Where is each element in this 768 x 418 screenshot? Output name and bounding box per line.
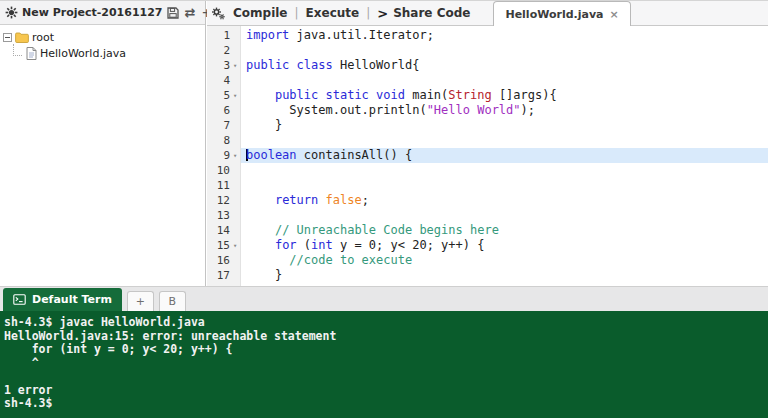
gutter-line: 2: [207, 43, 240, 58]
sync-icon[interactable]: ⇄: [185, 6, 196, 19]
file-icon: [26, 47, 37, 60]
terminal-line: ^: [4, 357, 764, 371]
toolbar-separator: |: [295, 6, 299, 20]
gutter-line: 14: [207, 223, 240, 238]
code-line: import java.util.Iterator;: [241, 28, 768, 43]
folder-icon: [15, 32, 29, 43]
toolbar-separator: |: [366, 6, 370, 20]
gutter-line: 8: [207, 133, 240, 148]
terminal-tab-label: Default Term: [32, 293, 112, 306]
save-icon[interactable]: [167, 7, 179, 19]
execute-button[interactable]: Execute: [306, 6, 360, 20]
code-line: }: [241, 268, 768, 283]
share-chevron-icon: >: [377, 6, 388, 21]
gutter-line: 10: [207, 163, 240, 178]
code-line: //code to execute: [241, 253, 768, 268]
tree-node-label: root: [32, 31, 54, 44]
gutter-line: 1: [207, 28, 240, 43]
share-code-button[interactable]: > Share Code: [377, 6, 470, 21]
terminal-output[interactable]: sh-4.3$ javac HelloWorld.javaHelloWorld.…: [0, 311, 768, 418]
fold-marker-icon[interactable]: ▾: [230, 152, 240, 160]
code-line: // Unreachable Code begins here: [241, 223, 768, 238]
app: New Project-20161127 ⇄ + «: [0, 0, 768, 418]
tree-node-file[interactable]: HelloWorld.java: [0, 45, 205, 61]
editor-tab-label: HelloWorld.java: [505, 8, 603, 21]
project-title: New Project-20161127: [22, 6, 163, 19]
terminal-panel: Default Term + B sh-4.3$ javac HelloWorl…: [0, 286, 768, 418]
code-line: [241, 43, 768, 58]
share-code-label: Share Code: [393, 6, 470, 20]
fold-marker-icon[interactable]: ▾: [230, 242, 240, 250]
gutter-line: 12: [207, 193, 240, 208]
gutter-line: 9▾: [207, 148, 240, 163]
tree-expander-icon[interactable]: [3, 33, 12, 42]
gutter-line: 17: [207, 268, 240, 283]
code-line: [241, 163, 768, 178]
terminal-tab-default[interactable]: Default Term: [3, 288, 122, 311]
gutter-line: 5▾: [207, 88, 240, 103]
terminal-tabbar: Default Term + B: [0, 286, 768, 311]
code-line: [241, 208, 768, 223]
fold-marker-icon[interactable]: ▾: [230, 62, 240, 70]
gutter-line: 6: [207, 103, 240, 118]
project-sidebar: New Project-20161127 ⇄ + «: [0, 1, 206, 286]
project-settings-gear-icon[interactable]: [5, 6, 18, 19]
fold-marker-icon[interactable]: ▾: [230, 92, 240, 100]
gutter-line: 7: [207, 118, 240, 133]
gutter-line: 11: [207, 178, 240, 193]
terminal-line: sh-4.3$: [4, 397, 764, 411]
editor-panel: Compile | Execute | > Share Code HelloWo…: [207, 1, 768, 286]
code-line: public class HelloWorld{: [241, 58, 768, 73]
editor-lines: import java.util.Iterator;public class H…: [241, 26, 768, 286]
tree-node-root[interactable]: root: [0, 29, 205, 45]
project-header: New Project-20161127 ⇄ + «: [0, 1, 205, 25]
code-line: [241, 178, 768, 193]
code-line: System.out.println("Hello World");: [241, 103, 768, 118]
gutter-line: 3▾: [207, 58, 240, 73]
terminal-tab-b[interactable]: B: [159, 291, 186, 311]
terminal-line: 1 error: [4, 384, 764, 398]
file-tree: root HelloWorld.java: [0, 25, 205, 61]
code-line: return false;: [241, 193, 768, 208]
editor-toolbar: Compile | Execute | > Share Code HelloWo…: [207, 1, 768, 26]
gutter-line: 16: [207, 253, 240, 268]
terminal-line: [4, 370, 764, 384]
tree-connector: [13, 44, 22, 56]
tree-node-label: HelloWorld.java: [40, 47, 126, 60]
terminal-add-tab[interactable]: +: [127, 291, 154, 311]
terminal-line: for (int y = 0; y< 20; y++) {: [4, 343, 764, 357]
code-line: }: [241, 118, 768, 133]
compile-settings-gears-icon[interactable]: [211, 6, 226, 21]
terminal-line: sh-4.3$ javac HelloWorld.java: [4, 316, 764, 330]
terminal-line: HelloWorld.java:15: error: unreachable s…: [4, 330, 764, 344]
terminal-icon: [13, 294, 26, 305]
code-line: for (int y = 0; y< 20; y++) {: [241, 238, 768, 253]
gutter-line: 4: [207, 73, 240, 88]
code-editor[interactable]: 123▾45▾6789▾101112131415▾1617 import jav…: [207, 26, 768, 286]
editor-tab-helloworld[interactable]: HelloWorld.java ×: [493, 1, 630, 26]
code-line: [241, 133, 768, 148]
code-line: boolean containsAll() {: [241, 148, 768, 163]
gutter-line: 15▾: [207, 238, 240, 253]
gutter-line: 13: [207, 208, 240, 223]
compile-button[interactable]: Compile: [233, 6, 288, 20]
tab-close-icon[interactable]: ×: [610, 8, 619, 21]
code-line: public static void main(String []args){: [241, 88, 768, 103]
code-line: [241, 73, 768, 88]
editor-gutter: 123▾45▾6789▾101112131415▾1617: [207, 26, 241, 286]
